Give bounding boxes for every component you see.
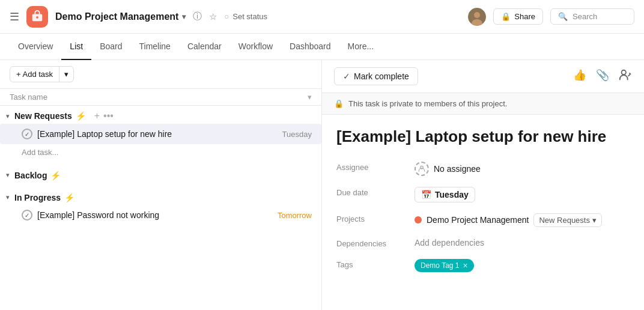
assignee-label: Assignee — [336, 162, 415, 172]
task-check-icon[interactable]: ✓ — [22, 129, 32, 139]
share-button[interactable]: 🔒 Share — [493, 8, 543, 25]
info-icon[interactable]: ⓘ — [193, 11, 202, 22]
new-requests-add-icon[interactable]: + — [94, 111, 100, 121]
dependencies-value: Add dependencies — [415, 238, 484, 248]
svg-point-5 — [622, 70, 626, 74]
tab-more[interactable]: More... — [339, 34, 383, 60]
section-in-progress: ▾ In Progress ⚡ — [0, 187, 321, 205]
section-badge[interactable]: New Requests ▾ — [533, 213, 602, 227]
mark-complete-button[interactable]: ✓ Mark complete — [334, 67, 418, 85]
set-status-label: Set status — [232, 12, 267, 21]
add-task-label: + Add task — [16, 70, 53, 79]
tags-label: Tags — [336, 259, 415, 269]
in-progress-title[interactable]: In Progress ⚡ — [14, 193, 74, 202]
task-list: ▾ New Requests ⚡ + ••• ✓ [Example] Lapto… — [0, 106, 321, 310]
tab-board[interactable]: Board — [91, 34, 130, 60]
new-requests-title[interactable]: New Requests ⚡ — [14, 111, 86, 121]
project-chevron-icon[interactable]: ▾ — [182, 13, 186, 21]
project-title-group: Demo Project Management ▾ — [55, 11, 186, 22]
section-badge-text: New Requests — [539, 216, 590, 225]
mark-complete-label: Mark complete — [354, 71, 409, 81]
tab-overview[interactable]: Overview — [10, 34, 61, 60]
search-icon: 🔍 — [558, 12, 568, 21]
dependencies-field: Dependencies Add dependencies — [336, 238, 630, 248]
add-task-main[interactable]: + Add task — [10, 67, 59, 82]
tab-calendar[interactable]: Calendar — [179, 34, 230, 60]
add-subtask-row[interactable]: Add task... — [0, 144, 321, 160]
task-detail: [Example] Laptop setup for new hire Assi… — [322, 115, 644, 295]
assignee-value[interactable]: No assignee — [415, 162, 481, 176]
backlog-label: Backlog — [14, 171, 47, 180]
mark-complete-check-icon: ✓ — [343, 71, 350, 81]
assign-icon[interactable] — [619, 68, 632, 85]
tag-badge: Demo Tag 1 × — [415, 259, 474, 272]
list-toolbar: + Add task ▾ — [0, 60, 321, 89]
topbar: ☰ Demo Project Management ▾ ⓘ ☆ ○ Set st… — [0, 0, 644, 34]
navtabs: Overview List Board Timeline Calendar Wo… — [0, 34, 644, 60]
add-task-chevron-icon[interactable]: ▾ — [59, 67, 73, 82]
section-badge-chevron-icon: ▾ — [592, 216, 597, 225]
assignee-text: No assignee — [434, 164, 481, 174]
table-row[interactable]: ✓ [Example] Password not working Tomorro… — [0, 205, 321, 225]
in-progress-expand-icon[interactable]: ▾ — [5, 192, 11, 202]
main-content: + Add task ▾ Task name ▾ ▾ New Requests … — [0, 60, 644, 310]
lock-icon: 🔒 — [501, 12, 511, 21]
tab-workflow[interactable]: Workflow — [230, 34, 281, 60]
due-date-value[interactable]: 📅 Tuesday — [415, 187, 475, 202]
search-box[interactable]: 🔍 Search — [550, 8, 634, 25]
set-status-button[interactable]: ○ Set status — [224, 12, 267, 21]
project-name-text[interactable]: Demo Project Management — [427, 215, 529, 225]
backlog-title[interactable]: Backlog ⚡ — [14, 171, 61, 180]
in-progress-label: In Progress — [14, 193, 61, 202]
star-icon[interactable]: ☆ — [209, 11, 217, 22]
tags-field: Tags Demo Tag 1 × — [336, 259, 630, 272]
assignee-circle-icon — [415, 162, 429, 176]
projects-field: Projects Demo Project Management New Req… — [336, 213, 630, 227]
table-row[interactable]: ✓ [Example] Laptop setup for new hire Tu… — [0, 124, 321, 144]
svg-point-3 — [474, 12, 480, 18]
project-title-text: Demo Project Management — [55, 11, 178, 22]
projects-label: Projects — [336, 213, 415, 223]
task-due-date: Tuesday — [282, 130, 312, 139]
right-toolbar: ✓ Mark complete 👍 📎 — [322, 60, 644, 93]
add-task-button[interactable]: + Add task ▾ — [10, 66, 74, 82]
new-requests-more-icon[interactable]: ••• — [103, 111, 114, 121]
lock-notice-icon: 🔒 — [334, 99, 344, 108]
right-toolbar-actions: 👍 📎 — [573, 68, 632, 85]
private-notice-text: This task is private to members of this … — [348, 99, 507, 108]
share-label: Share — [514, 12, 535, 21]
tags-value: Demo Tag 1 × — [415, 259, 474, 272]
projects-value: Demo Project Management New Requests ▾ — [415, 213, 602, 227]
due-date-text: Tuesday — [435, 190, 469, 199]
right-panel: ✓ Mark complete 👍 📎 🔒 This task is priva… — [322, 60, 644, 310]
section-new-requests: ▾ New Requests ⚡ + ••• — [0, 106, 321, 124]
in-progress-lightning-icon: ⚡ — [64, 193, 74, 202]
tag-remove-icon[interactable]: × — [463, 261, 467, 270]
thumbs-up-icon[interactable]: 👍 — [573, 68, 586, 85]
due-date-box[interactable]: 📅 Tuesday — [415, 187, 475, 202]
task-detail-title: [Example] Laptop setup for new hire — [336, 127, 630, 147]
calendar-icon: 📅 — [421, 190, 431, 199]
tab-dashboard[interactable]: Dashboard — [281, 34, 339, 60]
sort-icon[interactable]: ▾ — [308, 93, 312, 102]
new-requests-lightning-icon: ⚡ — [76, 111, 86, 121]
task-name-text: [Example] Laptop setup for new hire — [37, 129, 278, 139]
new-requests-expand-icon[interactable]: ▾ — [5, 111, 11, 121]
task-name-header[interactable]: Task name ▾ — [0, 89, 321, 106]
topbar-right: 🔒 Share 🔍 Search — [468, 8, 634, 26]
task2-name-text: [Example] Password not working — [37, 210, 273, 220]
search-label: Search — [573, 12, 597, 21]
app-logo — [26, 6, 48, 28]
menu-icon[interactable]: ☰ — [10, 10, 19, 23]
tab-list[interactable]: List — [61, 34, 91, 60]
tab-timeline[interactable]: Timeline — [131, 34, 179, 60]
assignee-field: Assignee No assignee — [336, 162, 630, 176]
tag-name-text: Demo Tag 1 — [421, 261, 459, 270]
avatar[interactable] — [468, 8, 486, 26]
attachment-icon[interactable]: 📎 — [596, 68, 609, 85]
svg-point-1 — [36, 16, 38, 19]
section-backlog: ▾ Backlog ⚡ — [0, 165, 321, 183]
backlog-expand-icon[interactable]: ▾ — [5, 170, 11, 180]
task2-check-icon[interactable]: ✓ — [22, 210, 32, 220]
add-dependencies-text[interactable]: Add dependencies — [415, 238, 484, 248]
